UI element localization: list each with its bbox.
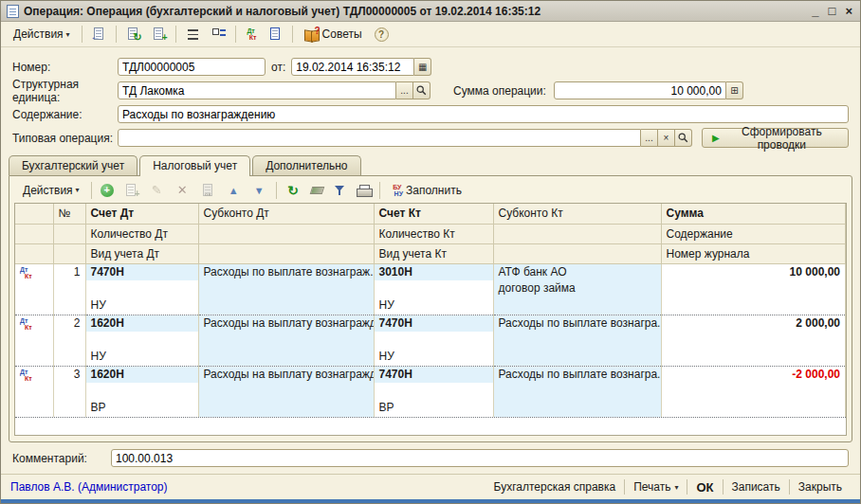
sum-cell[interactable]: 2 000,00 [661, 315, 846, 332]
account-dt-cell[interactable]: 1620Н [85, 315, 198, 332]
qty-dt-cell[interactable] [85, 383, 198, 400]
header-qty-dt[interactable]: Количество Дт [85, 224, 198, 243]
qty-kt-cell[interactable] [374, 332, 493, 349]
number-input[interactable] [118, 58, 266, 76]
row-number[interactable]: 2 [53, 315, 85, 366]
qty-kt-cell[interactable] [374, 280, 493, 297]
ok-button[interactable]: ОК [687, 478, 722, 496]
table-row[interactable]: ДтКт 1 7470Н Расходы по выплате вознагра… [15, 263, 846, 280]
maximize-button[interactable]: □ [829, 5, 836, 18]
table-row[interactable]: ДтКт 2 1620Н Расходы на выплату вознагра… [15, 315, 846, 332]
unit-select-button[interactable]: ... [396, 81, 413, 99]
toggle-activity-button[interactable] [307, 180, 328, 201]
dtkt-button[interactable]: ДтКт [241, 24, 262, 45]
print-button[interactable]: Печать ▾ [625, 478, 687, 495]
kind-kt-cell[interactable]: НУ [374, 297, 493, 315]
tab-additional[interactable]: Дополнительно [252, 155, 360, 175]
row-number[interactable]: 3 [53, 366, 85, 417]
qty-kt-cell[interactable] [374, 383, 493, 400]
content-input[interactable] [118, 105, 849, 123]
subconto-kt-cell[interactable]: Расходы по выплате вознагра... [493, 315, 661, 366]
content-cell[interactable] [661, 332, 846, 349]
content-cell[interactable] [661, 383, 846, 400]
header-account-dt[interactable]: Счет Дт [85, 204, 198, 224]
list-settings-button[interactable] [181, 24, 205, 45]
typical-select-button[interactable]: ... [641, 129, 658, 147]
sum-cell[interactable]: -2 000,00 [661, 366, 846, 383]
kind-dt-cell[interactable]: НУ [85, 349, 198, 366]
actions-menu-button[interactable]: Действия ▾ [7, 24, 77, 45]
account-dt-cell[interactable]: 1620Н [85, 366, 198, 383]
header-row-icon-cell[interactable] [15, 204, 53, 224]
unit-open-button[interactable] [413, 81, 430, 99]
filter-settings-button[interactable] [330, 180, 351, 201]
account-dt-cell[interactable]: 7470Н [85, 263, 198, 280]
calculator-button[interactable]: ⊞ [726, 81, 743, 99]
date-input[interactable] [291, 58, 414, 76]
delete-row-button[interactable]: ✕ [171, 180, 194, 201]
typical-clear-button[interactable]: × [658, 129, 675, 147]
subconto-kt-cell[interactable]: Расходы по выплате вознагра... [493, 366, 661, 417]
refresh-table-button[interactable]: ↻ [282, 180, 305, 201]
header-subconto-dt[interactable]: Субконто Дт [198, 204, 374, 224]
move-down-button[interactable]: ▼ [247, 180, 271, 201]
table-row[interactable]: ДтКт 3 1620Н Расходы на выплату вознагра… [15, 366, 846, 383]
typical-open-button[interactable] [675, 129, 692, 147]
header-subconto-kt[interactable]: Субконто Кт [493, 204, 661, 224]
header-journal[interactable]: Номер журнала [661, 243, 846, 263]
subconto-dt-cell[interactable]: Расходы на выплату вознагражд... [198, 366, 374, 417]
close-button[interactable]: × [845, 5, 852, 18]
reread-button[interactable]: ← [87, 24, 111, 45]
kind-kt-cell[interactable]: ВР [374, 400, 493, 417]
subconto-dt-cell[interactable]: Расходы на выплату вознагражд... [198, 315, 374, 366]
kind-kt-cell[interactable]: НУ [374, 349, 493, 366]
header-account-kt[interactable]: Счет Кт [374, 204, 493, 224]
operation-sum-input[interactable] [554, 81, 726, 99]
header-sum[interactable]: Сумма [661, 204, 846, 224]
save-button[interactable]: Записать [724, 478, 789, 495]
copy-add-button[interactable]: + [147, 24, 171, 45]
add-row-button[interactable]: + [97, 180, 118, 201]
account-kt-cell[interactable]: 7470Н [374, 315, 493, 332]
kind-dt-cell[interactable]: НУ [85, 297, 198, 315]
close-form-button[interactable]: Закрыть [790, 478, 851, 495]
help-button[interactable]: ? [371, 24, 393, 45]
fill-button[interactable]: БУНУ Заполнить [385, 180, 468, 201]
header-kind-kt[interactable]: Вид учета Кт [374, 243, 493, 263]
move-up-button[interactable]: ▲ [222, 180, 246, 201]
header-num[interactable]: № [53, 204, 85, 224]
account-kt-cell[interactable]: 7470Н [374, 366, 493, 383]
qty-dt-cell[interactable] [85, 332, 198, 349]
table-actions-menu-button[interactable]: Действия ▾ [16, 180, 86, 201]
list-setup-button[interactable] [207, 24, 230, 45]
minimize-button[interactable]: _ [812, 5, 818, 18]
tab-tax-accounting[interactable]: Налоговый учет [139, 155, 250, 176]
date-picker-button[interactable]: ▦ [414, 58, 431, 76]
content-cell[interactable] [661, 280, 846, 297]
journal-button[interactable] [264, 24, 287, 45]
journal-cell[interactable] [661, 400, 846, 417]
tab-accounting[interactable]: Бухгалтерский учет [9, 155, 137, 175]
typical-operation-input[interactable] [118, 129, 641, 147]
subconto-dt-cell[interactable]: Расходы по выплате вознаграж... [198, 263, 374, 315]
kind-dt-cell[interactable]: ВР [85, 400, 198, 417]
journal-cell[interactable] [661, 297, 846, 315]
generate-postings-button[interactable]: ▶ Сформировать проводки [702, 128, 849, 148]
unit-input[interactable] [118, 81, 396, 99]
sum-cell[interactable]: 10 000,00 [661, 263, 846, 280]
journal-cell[interactable] [661, 349, 846, 366]
edit-row-button[interactable]: ✎ [145, 180, 169, 201]
print-table-button[interactable] [353, 180, 375, 201]
accounting-reference-button[interactable]: Бухгалтерская справка [485, 478, 625, 495]
tips-button[interactable]: ? Советы [298, 24, 369, 45]
row-number[interactable]: 1 [53, 263, 85, 315]
qty-dt-cell[interactable] [85, 280, 198, 297]
header-content[interactable]: Содержание [661, 224, 846, 243]
refresh-button[interactable]: ↻ [121, 24, 145, 45]
header-qty-kt[interactable]: Количество Кт [374, 224, 493, 243]
comment-input[interactable] [111, 449, 849, 467]
account-kt-cell[interactable]: 3010Н [374, 263, 493, 280]
header-kind-dt[interactable]: Вид учета Дт [85, 243, 198, 263]
copy-row-button[interactable]: + [119, 180, 143, 201]
end-edit-button[interactable]: ок [196, 180, 220, 201]
